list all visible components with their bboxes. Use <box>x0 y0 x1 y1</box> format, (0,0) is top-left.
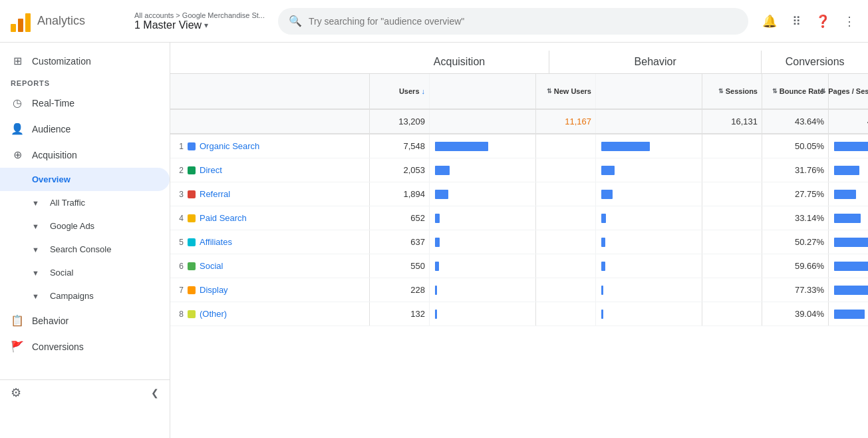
sidebar-item-acquisition[interactable]: ⊕ Acquisition <box>0 142 170 168</box>
sidebar-item-customization[interactable]: ⊞ Customization <box>0 48 170 74</box>
row-bounce-bar <box>834 262 868 271</box>
row-bounce: 27.75% <box>762 182 829 206</box>
behavior-section-header: Behavior <box>549 51 762 73</box>
row-number: 8 <box>174 310 184 319</box>
row-bounce-bar-cell <box>829 182 868 206</box>
channel-link[interactable]: Paid Search <box>200 213 247 223</box>
row-new-users-bar <box>601 214 606 223</box>
row-bounce: 50.27% <box>762 230 829 254</box>
col-bounce-sort-icon: ⇅ <box>772 88 778 95</box>
row-bounce-bar-cell <box>829 278 868 302</box>
social-expand-icon: ▼ <box>32 269 39 277</box>
logo-bar-1 <box>11 24 16 32</box>
channel-link[interactable]: Direct <box>200 165 222 175</box>
row-users-bar-cell <box>430 302 536 326</box>
channel-dot <box>188 142 196 150</box>
channel-link[interactable]: Organic Search <box>200 141 259 151</box>
channel-link[interactable]: Referral <box>200 189 230 199</box>
col-pages-label: Pages / Session <box>828 87 868 95</box>
row-new-users-bar <box>601 142 650 151</box>
sidebar-collapse-icon[interactable]: ❮ <box>151 387 159 398</box>
row-sessions <box>702 302 762 326</box>
channel-dot <box>188 310 196 318</box>
column-headers: Users ↓ ⇅ New Users ⇅ Sessions ⇅ Bounce … <box>170 74 868 110</box>
row-number: 3 <box>174 190 184 199</box>
row-new-users-bar <box>601 262 605 271</box>
settings-icon[interactable]: ⚙ <box>11 385 21 400</box>
channel-link[interactable]: (Other) <box>200 309 227 319</box>
channel-dot <box>188 214 196 222</box>
search-input[interactable] <box>309 16 738 27</box>
sidebar-item-alltraffic[interactable]: ▼ All Traffic <box>0 191 170 214</box>
sidebar-item-conversions[interactable]: 🚩 Conversions <box>0 333 170 359</box>
row-new-users-bar <box>601 310 603 319</box>
table-row: 5 Affiliates 637 50.27% 0.00% <box>170 230 868 254</box>
row-bounce: 39.04% <box>762 302 829 326</box>
acquisition-section-header: Acquisition <box>370 51 549 73</box>
more-icon[interactable]: ⋮ <box>841 13 857 29</box>
row-bounce-bar-cell <box>829 254 868 278</box>
apps-icon[interactable]: ⠿ <box>788 13 804 29</box>
channel-dot <box>188 286 196 294</box>
sidebar-item-social[interactable]: ▼ Social <box>0 261 170 284</box>
sidebar-item-realtime[interactable]: ◷ Real-Time <box>0 90 170 116</box>
channel-link[interactable]: Display <box>200 285 228 295</box>
sidebar-item-campaigns[interactable]: ▼ Campaigns <box>0 284 170 308</box>
sidebar-item-googleads[interactable]: ▼ Google Ads <box>0 214 170 238</box>
row-channel-label: 7 Display <box>170 278 370 302</box>
notifications-icon[interactable]: 🔔 <box>762 13 778 29</box>
row-bounce-bar <box>834 310 865 319</box>
row-bounce: 59.66% <box>762 254 829 278</box>
row-users: 228 <box>370 278 430 302</box>
col-pages-sort-icon: ⇅ <box>821 88 826 95</box>
row-new-users <box>536 134 596 158</box>
table-row: 6 Social 550 59.66% 0.00% <box>170 254 868 278</box>
col-header-new-users[interactable]: ⇅ New Users <box>536 74 596 109</box>
sidebar-item-behavior[interactable]: 📋 Behavior <box>0 308 170 333</box>
search-bar[interactable]: 🔍 <box>278 8 748 35</box>
col-header-bounce[interactable]: ⇅ Bounce Rate <box>762 74 829 109</box>
col-bounce-label: Bounce Rate <box>780 87 824 95</box>
row-new-users-bar-cell <box>596 158 702 182</box>
row-new-users-bar-cell <box>596 230 702 254</box>
channel-dot <box>188 190 196 198</box>
total-sessions: 16,131 <box>702 110 762 133</box>
col-header-pages[interactable]: ⇅ Pages / Session <box>829 74 868 109</box>
section-headers: Acquisition Behavior Conversions <box>170 43 868 74</box>
row-new-users-bar <box>601 166 615 175</box>
sidebar-item-social-label: Social <box>50 268 73 278</box>
channel-link[interactable]: Social <box>200 261 223 271</box>
col-header-channel <box>170 74 370 109</box>
sidebar-item-searchconsole[interactable]: ▼ Search Console <box>0 238 170 261</box>
row-bounce-bar-cell <box>829 158 868 182</box>
breadcrumb-dropdown-icon[interactable]: ▾ <box>204 21 208 30</box>
col-users-sort-icon: ↓ <box>422 87 426 95</box>
row-bounce-bar <box>834 190 856 199</box>
row-users-bar <box>435 166 450 175</box>
breadcrumb: All accounts > Google Merchandise St... … <box>134 11 265 31</box>
total-users: 13,209 <box>370 110 430 133</box>
row-users-bar-cell <box>430 158 536 182</box>
breadcrumb-main[interactable]: 1 Master View ▾ <box>134 19 265 31</box>
row-channel-label: 4 Paid Search <box>170 206 370 230</box>
table-row: 2 Direct 2,053 31.76% 0.32% <box>170 158 868 182</box>
col-new-users-label: New Users <box>554 87 591 95</box>
channel-dot <box>188 166 196 174</box>
sidebar-item-overview-label: Overview <box>32 174 71 184</box>
row-bounce: 50.05% <box>762 134 829 158</box>
row-channel-label: 8 (Other) <box>170 302 370 326</box>
sidebar-item-behavior-label: Behavior <box>32 316 69 326</box>
row-bounce-bar-cell <box>829 206 868 230</box>
row-bounce-bar <box>834 166 859 175</box>
row-number: 4 <box>174 214 184 223</box>
sidebar-item-audience[interactable]: 👤 Audience <box>0 116 170 142</box>
sidebar-item-overview[interactable]: Overview <box>0 168 170 191</box>
col-header-users[interactable]: Users ↓ <box>370 74 430 109</box>
col-header-sessions[interactable]: ⇅ Sessions <box>702 74 762 109</box>
row-sessions <box>702 230 762 254</box>
channel-link[interactable]: Affiliates <box>200 237 232 247</box>
sidebar-item-alltraffic-label: All Traffic <box>50 198 85 208</box>
col-header-new-users-bar <box>596 74 702 109</box>
row-new-users-bar <box>601 238 605 247</box>
help-icon[interactable]: ❓ <box>815 13 831 29</box>
